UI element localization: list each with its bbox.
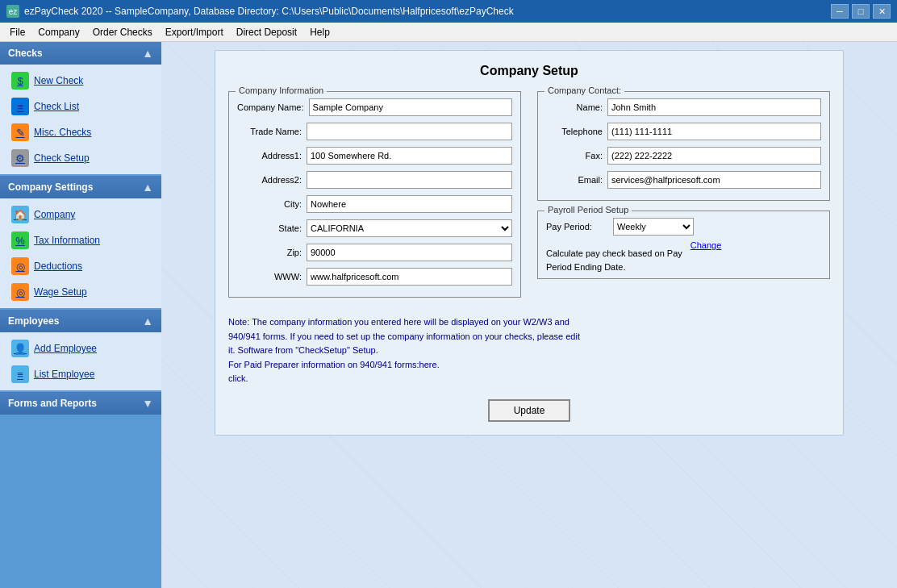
sidebar-item-misc-checks[interactable]: ✎ Misc. Checks xyxy=(0,119,161,145)
circle-icon-2: ◎ xyxy=(11,283,29,301)
gear-icon: ⚙ xyxy=(11,149,29,167)
fax-label: Fax: xyxy=(546,151,603,161)
sidebar-section-checks: Checks ▲ $ New Check ≡ Check List ✎ Misc… xyxy=(0,42,161,174)
sidebar-item-check-list[interactable]: ≡ Check List xyxy=(0,94,161,119)
menu-company[interactable]: Company xyxy=(31,25,86,40)
title-text: ezPayCheck 2020 -- SampleCompany, Databa… xyxy=(24,6,514,17)
app-icon: ez xyxy=(6,5,19,18)
contact-name-input[interactable] xyxy=(607,98,821,116)
trade-name-label: Trade Name: xyxy=(237,127,302,136)
state-select[interactable]: CALIFORNIA ALABAMA ALASKA NEW YORK TEXAS xyxy=(307,219,512,237)
pay-period-select[interactable]: Weekly Bi-Weekly Semi-Monthly Monthly xyxy=(613,218,694,236)
user-list-icon: ≡ xyxy=(11,365,29,383)
chevron-up-icon-3: ▲ xyxy=(142,315,153,327)
zip-label: Zip: xyxy=(237,248,302,257)
user-add-icon: 👤 xyxy=(11,340,29,357)
sidebar-items-employees: 👤 Add Employee ≡ List Employee xyxy=(0,332,161,390)
email-label: Email: xyxy=(546,175,603,185)
menu-order-checks[interactable]: Order Checks xyxy=(86,25,159,40)
address1-input[interactable] xyxy=(307,147,512,165)
contact-name-row: Name: xyxy=(546,98,821,116)
telephone-row: Telephone xyxy=(546,123,821,140)
telephone-label: Telephone xyxy=(546,127,603,136)
sidebar-header-company-settings[interactable]: Company Settings ▲ xyxy=(0,176,161,198)
pay-period-row: Pay Period: Weekly Bi-Weekly Semi-Monthl… xyxy=(546,218,821,236)
state-row: State: CALIFORNIA ALABAMA ALASKA NEW YOR… xyxy=(237,219,512,237)
sidebar-item-check-setup[interactable]: ⚙ Check Setup xyxy=(0,145,161,171)
menu-file[interactable]: File xyxy=(3,25,31,40)
sidebar-items-checks: $ New Check ≡ Check List ✎ Misc. Checks … xyxy=(0,65,161,174)
email-input[interactable] xyxy=(607,171,821,189)
sidebar-item-deductions[interactable]: ◎ Deductions xyxy=(0,253,161,279)
list-icon: ≡ xyxy=(11,98,29,115)
www-label: WWW: xyxy=(237,272,302,281)
chevron-up-icon: ▲ xyxy=(142,47,153,60)
www-input[interactable] xyxy=(307,268,512,286)
address2-input[interactable] xyxy=(307,171,512,189)
telephone-input[interactable] xyxy=(607,123,821,140)
sidebar-item-list-employee[interactable]: ≡ List Employee xyxy=(0,361,161,387)
chevron-down-icon: ▼ xyxy=(142,397,153,410)
sidebar-item-tax-information[interactable]: % Tax Information xyxy=(0,227,161,253)
menu-export-import[interactable]: Export/Import xyxy=(159,25,230,40)
update-button[interactable]: Update xyxy=(488,399,571,422)
trade-name-input[interactable] xyxy=(307,123,512,140)
pencil-icon: ✎ xyxy=(11,123,29,141)
menu-bar: File Company Order Checks Export/Import … xyxy=(0,23,897,42)
zip-row: Zip: xyxy=(237,244,512,261)
circle-icon: ◎ xyxy=(11,257,29,275)
company-name-label: Company Name: xyxy=(237,102,304,112)
company-contact-label: Company Contact: xyxy=(544,85,624,95)
sidebar-section-company-settings: Company Settings ▲ 🏠 Company % Tax Infor… xyxy=(0,176,161,308)
dollar-icon: $ xyxy=(11,72,29,90)
calculate-text: Calculate pay check based on Pay Period … xyxy=(546,247,682,273)
city-label: City: xyxy=(237,199,302,209)
address2-label: Address2: xyxy=(237,175,302,185)
trade-name-row: Trade Name: xyxy=(237,123,512,140)
home-icon: 🏠 xyxy=(11,206,29,223)
minimize-button[interactable]: ─ xyxy=(831,4,849,19)
maximize-button[interactable]: □ xyxy=(852,4,870,19)
close-button[interactable]: ✕ xyxy=(873,4,891,19)
sidebar-items-company-settings: 🏠 Company % Tax Information ◎ Deductions… xyxy=(0,198,161,308)
update-btn-row: Update xyxy=(228,399,830,422)
calculate-row: Calculate pay check based on Pay Period … xyxy=(546,240,821,273)
city-input[interactable] xyxy=(307,195,512,213)
sidebar-section-employees: Employees ▲ 👤 Add Employee ≡ List Employ… xyxy=(0,310,161,390)
sidebar-header-checks[interactable]: Checks ▲ xyxy=(0,42,161,65)
note-text: Note: The company information you entere… xyxy=(228,315,830,386)
sidebar: Checks ▲ $ New Check ≡ Check List ✎ Misc… xyxy=(0,42,161,588)
contact-name-label: Name: xyxy=(546,102,603,112)
pay-period-label: Pay Period: xyxy=(546,222,607,231)
payroll-section-title: Payroll Period Setup xyxy=(544,205,632,215)
address2-row: Address2: xyxy=(237,171,512,189)
sidebar-item-company[interactable]: 🏠 Company xyxy=(0,202,161,227)
company-contact-section: Company Contact: Name: Telephone Fax: xyxy=(537,91,830,306)
fax-input[interactable] xyxy=(607,147,821,165)
company-setup-panel: Company Setup Company Information Compan… xyxy=(215,50,844,436)
sidebar-item-wage-setup[interactable]: ◎ Wage Setup xyxy=(0,279,161,305)
sidebar-header-employees[interactable]: Employees ▲ xyxy=(0,310,161,332)
fax-row: Fax: xyxy=(546,147,821,165)
address1-label: Address1: xyxy=(237,151,302,161)
sidebar-item-add-employee[interactable]: 👤 Add Employee xyxy=(0,336,161,361)
content-area: Company Setup Company Information Compan… xyxy=(161,42,897,588)
company-info-label: Company Information xyxy=(236,85,327,95)
www-row: WWW: xyxy=(237,268,512,286)
sidebar-item-new-check[interactable]: $ New Check xyxy=(0,68,161,94)
company-info-section: Company Information Company Name: Trade … xyxy=(228,91,521,306)
menu-direct-deposit[interactable]: Direct Deposit xyxy=(230,25,303,40)
payroll-section: Payroll Period Setup Pay Period: Weekly … xyxy=(537,211,830,279)
sidebar-header-forms-reports[interactable]: Forms and Reports ▼ xyxy=(0,392,161,415)
sidebar-section-forms-reports: Forms and Reports ▼ xyxy=(0,392,161,415)
title-bar: ez ezPayCheck 2020 -- SampleCompany, Dat… xyxy=(0,0,897,23)
city-row: City: xyxy=(237,195,512,213)
company-name-input[interactable] xyxy=(309,98,512,116)
zip-input[interactable] xyxy=(307,244,512,261)
percent-icon: % xyxy=(11,231,29,249)
change-link[interactable]: Change xyxy=(690,240,722,250)
email-row: Email: xyxy=(546,171,821,189)
address1-row: Address1: xyxy=(237,147,512,165)
menu-help[interactable]: Help xyxy=(303,25,336,40)
form-title: Company Setup xyxy=(228,64,830,78)
